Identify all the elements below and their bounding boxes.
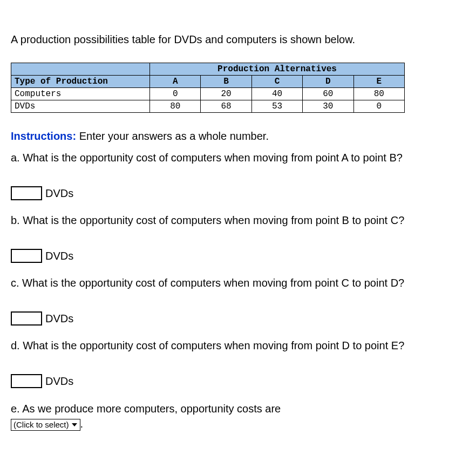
- table-col-e: E: [353, 76, 404, 88]
- table-row: Computers 0 20 40 60 80: [11, 88, 405, 100]
- table-col-a: A: [150, 76, 201, 88]
- table-cell: 40: [251, 88, 302, 100]
- answer-d-input[interactable]: [11, 374, 42, 388]
- table-blank-cell: [11, 63, 150, 76]
- chevron-down-icon: [71, 420, 78, 430]
- table-col-b: B: [201, 76, 251, 88]
- table-row-header: Type of Production: [11, 76, 150, 88]
- table-row-label: Computers: [11, 88, 150, 100]
- table-row: DVDs 80 68 53 30 0: [11, 100, 405, 113]
- question-d: d. What is the opportunity cost of compu…: [11, 338, 465, 352]
- unit-label: DVDs: [45, 187, 73, 200]
- unit-label: DVDs: [45, 375, 73, 388]
- question-c: c. What is the opportunity cost of compu…: [11, 276, 465, 290]
- instructions-label: Instructions:: [11, 130, 76, 142]
- unit-label: DVDs: [45, 250, 73, 262]
- table-cell: 68: [201, 100, 251, 113]
- table-cell: 53: [251, 100, 302, 113]
- table-alt-header: Production Alternatives: [150, 63, 405, 76]
- table-col-c: C: [251, 76, 302, 88]
- intro-text: A production possibilities table for DVD…: [11, 32, 465, 46]
- answer-c-input[interactable]: [11, 311, 42, 326]
- question-b: b. What is the opportunity cost of compu…: [11, 213, 465, 227]
- table-cell: 20: [201, 88, 251, 100]
- instructions-text: Enter your answers as a whole number.: [79, 130, 269, 142]
- table-col-d: D: [303, 76, 353, 88]
- select-placeholder: (Click to select): [13, 420, 69, 430]
- table-row-label: DVDs: [11, 100, 150, 113]
- table-cell: 0: [353, 100, 404, 113]
- table-cell: 30: [303, 100, 353, 113]
- table-cell: 0: [150, 88, 201, 100]
- period: .: [80, 418, 84, 430]
- answer-a-input[interactable]: [11, 186, 42, 200]
- question-e: e. As we produce more computers, opportu…: [11, 403, 281, 415]
- instructions-line: Instructions: Enter your answers as a wh…: [11, 129, 465, 143]
- answer-b-input[interactable]: [11, 249, 42, 263]
- table-cell: 80: [150, 100, 201, 113]
- table-cell: 60: [303, 88, 353, 100]
- table-cell: 80: [353, 88, 404, 100]
- question-a: a. What is the opportunity cost of compu…: [11, 151, 465, 165]
- unit-label: DVDs: [45, 313, 73, 325]
- answer-e-select[interactable]: (Click to select): [11, 419, 80, 431]
- production-table: Production Alternatives Type of Producti…: [11, 63, 405, 113]
